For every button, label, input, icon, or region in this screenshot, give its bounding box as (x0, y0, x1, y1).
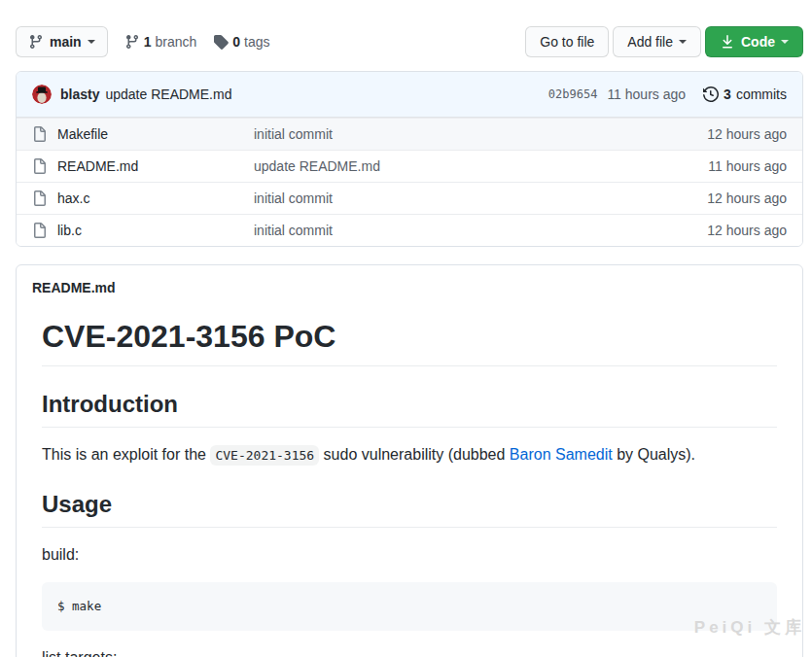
chevron-down-icon (781, 40, 789, 44)
repo-toolbar: main 1 branch 0 tags Go to file (16, 26, 803, 57)
repo-page: main 1 branch 0 tags Go to file (16, 26, 803, 657)
intro-paragraph: This is an exploit for the CVE-2021-3156… (42, 443, 777, 467)
commit-sha-link[interactable]: 02b9654 (548, 87, 598, 101)
file-link[interactable]: lib.c (57, 223, 254, 238)
intro-text: sudo vulnerability (dubbed (319, 446, 510, 463)
commits-count-label: commits (736, 86, 787, 102)
file-link[interactable]: Makefile (57, 126, 254, 142)
commit-author-link[interactable]: blasty (60, 86, 99, 102)
branch-count-label: branch (155, 34, 196, 50)
usage-heading: Usage (42, 490, 777, 528)
branch-count: 1 (144, 34, 152, 50)
git-branch-icon (28, 34, 44, 50)
go-to-file-label: Go to file (540, 32, 594, 52)
table-row: lib.c initial commit 12 hours ago (17, 214, 802, 246)
list-targets-label: list targets: (42, 646, 777, 657)
tags-link[interactable]: 0 tags (213, 34, 269, 50)
readme-header: README.md (17, 265, 802, 295)
commit-history-link[interactable]: 3 commits (703, 86, 787, 102)
file-icon (32, 223, 48, 238)
file-commit-message[interactable]: initial commit (254, 223, 707, 238)
tag-count-label: tags (244, 34, 269, 50)
file-link[interactable]: hax.c (57, 190, 254, 206)
commits-count: 3 (724, 86, 731, 102)
commit-time: 11 hours ago (607, 86, 686, 102)
toolbar-left: main 1 branch 0 tags (16, 26, 270, 57)
file-icon (32, 158, 48, 174)
current-branch-label: main (50, 32, 82, 52)
intro-heading: Introduction (42, 390, 777, 428)
file-commit-message[interactable]: initial commit (254, 126, 707, 142)
branches-link[interactable]: 1 branch (124, 34, 197, 50)
commit-message-link[interactable]: update README.md (105, 86, 231, 102)
build-code-block: $ make (42, 582, 777, 631)
branch-selector-button[interactable]: main (16, 26, 108, 57)
file-commit-time[interactable]: 12 hours ago (707, 190, 787, 206)
readme-title: CVE-2021-3156 PoC (42, 317, 777, 366)
readme-content: CVE-2021-3156 PoC Introduction This is a… (17, 295, 802, 657)
tag-icon (213, 34, 229, 50)
build-label: build: (42, 543, 777, 567)
history-icon (703, 86, 719, 102)
add-file-button[interactable]: Add file (613, 26, 701, 57)
commit-meta: 02b9654 11 hours ago 3 commits (548, 86, 787, 102)
avatar[interactable] (32, 85, 52, 104)
code-label: Code (741, 32, 775, 52)
file-link[interactable]: README.md (57, 158, 254, 174)
file-commit-time[interactable]: 11 hours ago (708, 158, 787, 174)
file-icon (32, 190, 48, 206)
cve-inline-code: CVE-2021-3156 (210, 445, 319, 466)
go-to-file-button[interactable]: Go to file (525, 26, 609, 57)
file-commit-message[interactable]: update README.md (254, 158, 708, 174)
readme-panel: README.md CVE-2021-3156 PoC Introduction… (16, 264, 803, 657)
intro-text: by Qualys). (613, 446, 695, 463)
file-commit-time[interactable]: 12 hours ago (707, 126, 787, 142)
file-icon (32, 126, 48, 142)
chevron-down-icon (679, 40, 687, 44)
git-branch-icon (124, 34, 140, 50)
file-browser: blasty update README.md 02b9654 11 hours… (16, 71, 803, 247)
table-row: hax.c initial commit 12 hours ago (17, 182, 802, 214)
code-button[interactable]: Code (705, 26, 803, 57)
table-row: Makefile initial commit 12 hours ago (17, 118, 802, 150)
baron-samedit-link[interactable]: Baron Samedit (510, 446, 613, 463)
intro-text: This is an exploit for the (42, 446, 210, 463)
repo-counts: 1 branch 0 tags (124, 34, 270, 50)
download-icon (720, 34, 735, 50)
table-row: README.md update README.md 11 hours ago (17, 150, 802, 182)
chevron-down-icon (88, 40, 95, 44)
latest-commit-bar: blasty update README.md 02b9654 11 hours… (17, 72, 802, 118)
file-commit-message[interactable]: initial commit (254, 190, 707, 206)
toolbar-right: Go to file Add file Code (525, 26, 803, 57)
file-commit-time[interactable]: 12 hours ago (707, 223, 787, 238)
tag-count: 0 (232, 34, 240, 50)
add-file-label: Add file (627, 32, 673, 52)
author-avatar-image (32, 85, 52, 104)
